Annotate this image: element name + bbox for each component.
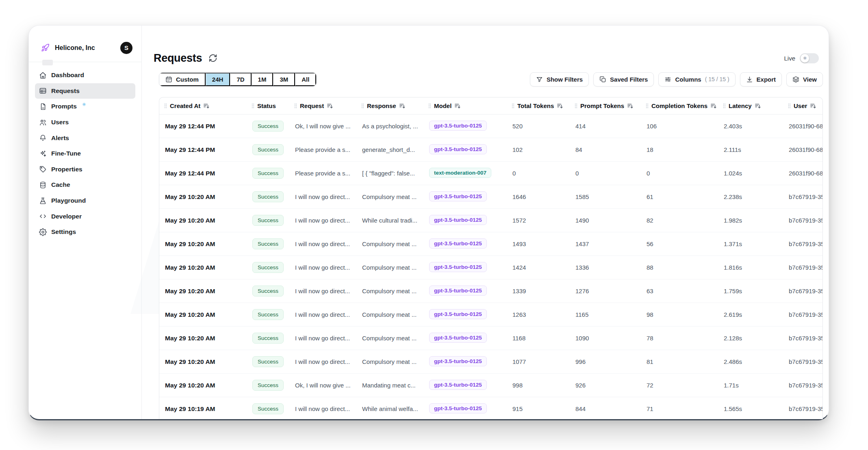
model-badge: gpt-3.5-turbo-0125 — [429, 286, 487, 296]
table-row[interactable]: May 29 10:20 AMSuccessI will now go dire… — [159, 303, 822, 327]
cell-latency: 1.371s — [718, 240, 783, 247]
table-row[interactable]: May 29 10:20 AMSuccessI will now go dire… — [159, 327, 822, 350]
sort-icon[interactable] — [399, 103, 406, 109]
cell-status: Success — [247, 309, 289, 320]
sidebar-item-dashboard[interactable]: Dashboard — [35, 67, 135, 83]
sort-icon[interactable] — [557, 103, 563, 109]
cell-total-tokens: 1646 — [507, 193, 570, 200]
sidebar-item-playground[interactable]: Playground — [35, 193, 135, 209]
time-range-selector: Custom24H7D1M3MAll — [159, 72, 317, 87]
view-button[interactable]: View — [786, 72, 823, 87]
sidebar-item-requests[interactable]: Requests — [35, 83, 135, 99]
cell-total-tokens: 1077 — [507, 358, 570, 365]
column-header-prompt-tokens[interactable]: Prompt Tokens — [570, 97, 641, 114]
drag-handle-icon[interactable] — [252, 103, 254, 108]
time-range-24h[interactable]: 24H — [206, 73, 230, 86]
drag-handle-icon[interactable] — [294, 103, 297, 108]
cell-status: Success — [247, 403, 289, 414]
model-badge: gpt-3.5-turbo-0125 — [429, 262, 487, 272]
live-toggle[interactable]: ✱ — [800, 53, 819, 63]
columns-button[interactable]: Columns( 15 / 15 ) — [658, 72, 735, 87]
table-row[interactable]: May 29 12:44 PMSuccessPlease provide a s… — [159, 138, 822, 162]
drag-handle-icon[interactable] — [164, 103, 167, 108]
status-badge: Success — [252, 380, 284, 391]
sort-icon[interactable] — [810, 103, 816, 109]
cell-completion-tokens: 71 — [641, 405, 718, 412]
drag-handle-icon[interactable] — [428, 103, 431, 108]
status-badge: Success — [252, 121, 284, 132]
column-label: Status — [257, 102, 276, 109]
table-row[interactable]: May 29 10:20 AMSuccessI will now go dire… — [159, 256, 822, 279]
sidebar-item-prompts[interactable]: Prompts✳ — [35, 99, 135, 115]
column-header-response[interactable]: Response — [356, 97, 423, 114]
cell-total-tokens: 1168 — [507, 335, 570, 342]
refresh-button[interactable] — [208, 54, 217, 63]
cell-created-at: May 29 10:20 AM — [159, 382, 247, 389]
sort-icon[interactable] — [203, 103, 210, 109]
table-row[interactable]: May 29 10:20 AMSuccessI will now go dire… — [159, 185, 822, 209]
export-button[interactable]: Export — [740, 72, 782, 87]
column-header-user[interactable]: User — [783, 97, 822, 114]
sidebar-item-developer[interactable]: Developer — [35, 208, 135, 224]
table-row[interactable]: May 29 10:20 AMSuccessOk, I will now giv… — [159, 374, 822, 397]
table-row[interactable]: May 29 10:19 AMSuccessI will now go dire… — [159, 397, 822, 419]
main-content: Requests Live ✱ Custom24H7D1M3MAll Show … — [142, 26, 829, 419]
time-range-3m[interactable]: 3M — [273, 73, 295, 86]
button-label: View — [803, 76, 817, 83]
drag-handle-icon[interactable] — [788, 103, 791, 108]
column-header-latency[interactable]: Latency — [718, 97, 783, 114]
model-badge: gpt-3.5-turbo-0125 — [429, 356, 487, 366]
cell-request: I will now go direct... — [289, 217, 356, 224]
time-range-7d[interactable]: 7D — [230, 73, 251, 86]
saved-filters-button[interactable]: Saved Filters — [593, 72, 654, 87]
cell-latency: 1.71s — [718, 382, 783, 389]
sidebar-item-alerts[interactable]: Alerts — [35, 130, 135, 146]
column-header-created-at[interactable]: Created At — [159, 97, 247, 114]
sort-icon[interactable] — [327, 103, 333, 109]
model-badge: text-moderation-007 — [429, 168, 491, 178]
table-row[interactable]: May 29 12:44 PMSuccessPlease provide a s… — [159, 162, 822, 185]
cell-request: Please provide a s... — [289, 146, 356, 153]
drag-handle-icon[interactable] — [723, 103, 726, 108]
page-title: Requests — [154, 52, 202, 65]
sort-icon[interactable] — [454, 103, 461, 109]
sidebar-item-cache[interactable]: Cache — [35, 177, 135, 193]
cell-response: As a psychologist, ... — [356, 123, 423, 130]
column-header-status[interactable]: Status — [247, 97, 289, 114]
cell-created-at: May 29 10:20 AM — [159, 288, 247, 295]
column-header-request[interactable]: Request — [289, 97, 356, 114]
sliders-icon — [664, 76, 671, 83]
cell-user: 26031f90-68 — [783, 146, 822, 153]
sidebar-item-fine-tune[interactable]: Fine-Tune — [35, 146, 135, 162]
toggle-knob[interactable]: ✱ — [801, 54, 809, 63]
drag-handle-icon[interactable] — [512, 103, 514, 108]
org-switcher[interactable]: Helicone, Inc S — [29, 26, 141, 62]
column-header-total-tokens[interactable]: Total Tokens — [507, 97, 570, 114]
sort-icon[interactable] — [755, 103, 761, 109]
sidebar-item-settings[interactable]: Settings — [35, 224, 135, 240]
sort-icon[interactable] — [627, 103, 634, 109]
time-range-1m[interactable]: 1M — [252, 73, 273, 86]
time-range-all[interactable]: All — [295, 73, 316, 86]
sidebar-item-label: Requests — [51, 87, 80, 95]
time-range-custom[interactable]: Custom — [159, 73, 206, 86]
table-row[interactable]: May 29 12:44 PMSuccessOk, I will now giv… — [159, 115, 822, 138]
drag-handle-icon[interactable] — [575, 103, 577, 108]
sidebar-item-properties[interactable]: Properties — [35, 162, 135, 177]
table-row[interactable]: May 29 10:20 AMSuccessI will now go dire… — [159, 279, 822, 303]
avatar[interactable]: S — [120, 42, 132, 54]
table-row[interactable]: May 29 10:20 AMSuccessI will now go dire… — [159, 350, 822, 374]
drag-handle-icon[interactable] — [361, 103, 364, 108]
sidebar-item-users[interactable]: Users — [35, 115, 135, 130]
drag-handle-icon[interactable] — [646, 103, 649, 108]
cell-created-at: May 29 12:44 PM — [159, 170, 247, 177]
column-header-model[interactable]: Model — [423, 97, 507, 114]
column-header-completion-tokens[interactable]: Completion Tokens — [641, 97, 718, 114]
table-row[interactable]: May 29 10:20 AMSuccessI will now go dire… — [159, 209, 822, 232]
table-icon — [39, 87, 47, 95]
button-label: Export — [757, 76, 776, 83]
show-filters-button[interactable]: Show Filters — [530, 72, 589, 87]
table-row[interactable]: May 29 10:20 AMSuccessI will now go dire… — [159, 232, 822, 256]
sort-icon[interactable] — [710, 103, 717, 109]
calendar-icon — [165, 76, 172, 83]
